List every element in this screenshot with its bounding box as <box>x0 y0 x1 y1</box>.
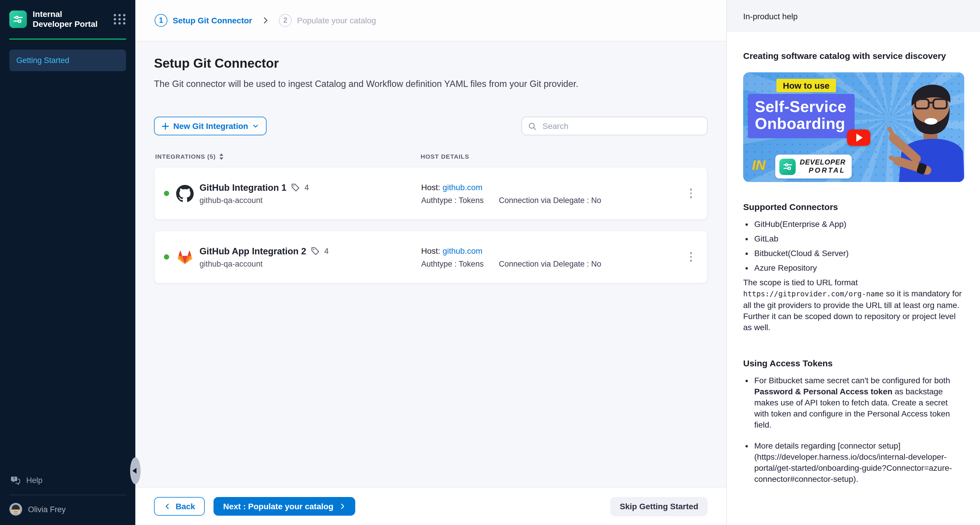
search-input[interactable] <box>541 121 701 131</box>
new-git-integration-label: New Git Integration <box>173 121 248 130</box>
help-section: Using Access TokensFor Bitbucket same se… <box>743 358 964 485</box>
host-label: Host: <box>421 182 440 192</box>
host-link[interactable]: github.com <box>442 182 482 192</box>
help-section-heading: Using Access Tokens <box>743 358 964 368</box>
user-name: Olivia Frey <box>28 505 65 514</box>
sidebar-item-getting-started[interactable]: Getting Started <box>10 49 126 71</box>
app-title: Internal Developer Portal <box>33 10 104 29</box>
plus-icon <box>162 122 169 130</box>
chevron-right-icon <box>339 503 346 510</box>
integration-name[interactable]: GitHub App Integration 2 <box>199 246 306 256</box>
help-panel-header: In-product help <box>727 0 980 32</box>
step-number: 2 <box>279 14 292 27</box>
brand-accent-rule <box>10 38 126 40</box>
kebab-menu-icon[interactable] <box>686 185 695 202</box>
search-icon <box>528 122 537 130</box>
page-title: Setup Git Connector <box>154 56 708 71</box>
delegate-text: Connection via Delegate : No <box>499 259 601 268</box>
chevron-down-icon <box>252 123 259 129</box>
github-icon <box>176 185 194 202</box>
tag-count: 4 <box>325 247 329 256</box>
page-description: The Git connector will be used to ingest… <box>154 79 708 89</box>
sort-icon[interactable] <box>219 153 224 159</box>
help-section: Supported ConnectorsGitHub(Enterprise & … <box>743 202 964 333</box>
help-bullet: GitHub(Enterprise & App) <box>754 219 964 230</box>
idp-logo-icon <box>10 11 27 28</box>
integration-account: github-qa-account <box>199 259 421 268</box>
video-thumbnail[interactable]: How to use Self-Service Onboarding IN <box>743 72 964 182</box>
step-number: 1 <box>154 14 167 27</box>
help-bullet: Azure Repository <box>754 262 964 274</box>
help-panel-title: In-product help <box>743 11 798 21</box>
main-area: 1 Setup Git Connector 2 Populate your ca… <box>135 0 726 525</box>
help-label: Help <box>26 476 43 485</box>
help-bullet: More details regarding [connector setup]… <box>754 441 964 485</box>
svg-text:?: ? <box>13 477 15 481</box>
tag-icon <box>291 183 300 192</box>
video-badge: How to use <box>776 79 836 92</box>
status-dot <box>164 255 169 259</box>
help-bullet: Bitbucket(Cloud & Server) <box>754 248 964 259</box>
integration-name[interactable]: GitHub Integration 1 <box>199 182 286 193</box>
step-setup-git-connector[interactable]: 1 Setup Git Connector <box>154 14 252 27</box>
step-label: Setup Git Connector <box>173 16 252 25</box>
search-input-wrapper <box>522 117 708 135</box>
back-button[interactable]: Back <box>154 497 205 515</box>
table-header: INTEGRATIONS (5) HOST DETAILS <box>154 153 708 160</box>
sidebar-header: Internal Developer Portal <box>0 0 135 36</box>
avatar <box>10 503 22 515</box>
video-headline: Self-Service Onboarding <box>748 94 854 138</box>
presenter-illustration <box>876 72 964 182</box>
new-git-integration-button[interactable]: New Git Integration <box>154 117 267 135</box>
apps-grid-icon[interactable] <box>114 14 126 24</box>
column-host-details: HOST DETAILS <box>421 153 469 160</box>
help-bullet: For Bitbucket same secret can't be confi… <box>754 375 964 430</box>
host-link[interactable]: github.com <box>442 246 482 255</box>
user-menu[interactable]: Olivia Frey <box>0 495 135 525</box>
integration-row[interactable]: GitHub App Integration 24github-qa-accou… <box>154 231 708 283</box>
wizard-stepper: 1 Setup Git Connector 2 Populate your ca… <box>135 0 726 41</box>
next-label: Next : Populate your catalog <box>223 502 333 511</box>
gitlab-icon <box>176 248 194 266</box>
step-label: Populate your catalog <box>297 16 376 25</box>
back-label: Back <box>176 502 195 511</box>
authtype-text: Authtype : Tokens <box>421 259 484 268</box>
tag-count: 4 <box>304 183 309 192</box>
chevron-right-icon <box>261 16 269 24</box>
video-brand-badge: DEVELOPER PORTAL <box>775 154 851 178</box>
help-bullet: GitLab <box>754 233 964 244</box>
delegate-text: Connection via Delegate : No <box>499 196 601 204</box>
help-chat-icon: ? <box>11 476 21 485</box>
integration-row[interactable]: GitHub Integration 14github-qa-accountHo… <box>154 167 708 220</box>
idp-logo-icon <box>780 158 795 175</box>
integration-rows: GitHub Integration 14github-qa-accountHo… <box>154 167 708 283</box>
host-label: Host: <box>421 246 440 255</box>
collapse-sidebar-icon[interactable] <box>130 457 141 484</box>
authtype-text: Authtype : Tokens <box>421 196 484 204</box>
play-button-icon[interactable] <box>847 129 870 146</box>
sidebar: Internal Developer Portal Getting Starte… <box>0 0 135 525</box>
skip-getting-started-button[interactable]: Skip Getting Started <box>611 497 708 516</box>
video-in-text: IN <box>752 158 765 173</box>
tag-icon <box>311 247 320 256</box>
next-button[interactable]: Next : Populate your catalog <box>214 497 355 515</box>
chevron-left-icon <box>164 503 171 510</box>
in-product-help-panel: In-product help Creating software catalo… <box>726 0 980 525</box>
integration-account: github-qa-account <box>199 196 421 204</box>
video-title: Creating software catalog with service d… <box>743 51 964 60</box>
app-window: Internal Developer Portal Getting Starte… <box>0 0 980 525</box>
help-menu-item[interactable]: ? Help <box>0 476 135 485</box>
help-paragraph: The scope is tied to URL format https://… <box>743 277 964 333</box>
kebab-menu-icon[interactable] <box>686 249 695 266</box>
status-dot <box>164 191 169 196</box>
wizard-footer: Back Next : Populate your catalog Skip G… <box>135 487 726 525</box>
help-section-heading: Supported Connectors <box>743 202 964 212</box>
step-populate-your-catalog[interactable]: 2 Populate your catalog <box>279 14 376 27</box>
column-integrations: INTEGRATIONS (5) <box>155 153 216 160</box>
page-content: Setup Git Connector The Git connector wi… <box>135 41 726 487</box>
